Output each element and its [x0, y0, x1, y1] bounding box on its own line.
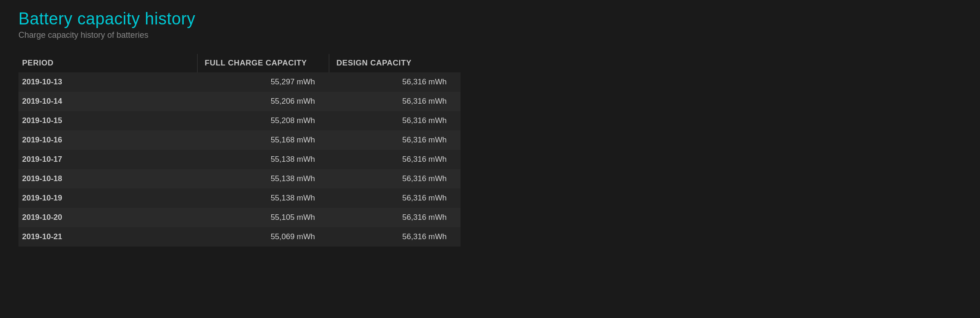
cell-full-charge: 55,206 mWh	[197, 92, 329, 111]
cell-design: 56,316 mWh	[329, 188, 461, 208]
cell-period: 2019-10-17	[18, 150, 197, 169]
cell-full-charge: 55,208 mWh	[197, 111, 329, 130]
table-row: 2019-10-1855,138 mWh56,316 mWh	[18, 169, 461, 188]
cell-design: 56,316 mWh	[329, 130, 461, 150]
page-title: Battery capacity history	[18, 9, 962, 29]
cell-period: 2019-10-15	[18, 111, 197, 130]
cell-period: 2019-10-18	[18, 169, 197, 188]
cell-design: 56,316 mWh	[329, 111, 461, 130]
table-row: 2019-10-1655,168 mWh56,316 mWh	[18, 130, 461, 150]
page-container: Battery capacity history Charge capacity…	[0, 0, 980, 318]
table-row: 2019-10-1955,138 mWh56,316 mWh	[18, 188, 461, 208]
table-row: 2019-10-2055,105 mWh56,316 mWh	[18, 208, 461, 227]
table-row: 2019-10-2155,069 mWh56,316 mWh	[18, 227, 461, 247]
cell-full-charge: 55,138 mWh	[197, 169, 329, 188]
table-row: 2019-10-1755,138 mWh56,316 mWh	[18, 150, 461, 169]
cell-period: 2019-10-14	[18, 92, 197, 111]
cell-period: 2019-10-13	[18, 72, 197, 92]
col-header-design: DESIGN CAPACITY	[329, 54, 461, 72]
cell-full-charge: 55,138 mWh	[197, 150, 329, 169]
col-header-full-charge: FULL CHARGE CAPACITY	[197, 54, 329, 72]
col-header-period: PERIOD	[18, 54, 197, 72]
cell-design: 56,316 mWh	[329, 208, 461, 227]
cell-period: 2019-10-20	[18, 208, 197, 227]
cell-design: 56,316 mWh	[329, 92, 461, 111]
table-row: 2019-10-1455,206 mWh56,316 mWh	[18, 92, 461, 111]
table-row: 2019-10-1355,297 mWh56,316 mWh	[18, 72, 461, 92]
cell-period: 2019-10-21	[18, 227, 197, 247]
cell-period: 2019-10-19	[18, 188, 197, 208]
page-subtitle: Charge capacity history of batteries	[18, 30, 962, 40]
cell-full-charge: 55,168 mWh	[197, 130, 329, 150]
table-body: 2019-10-1355,297 mWh56,316 mWh2019-10-14…	[18, 72, 461, 247]
cell-design: 56,316 mWh	[329, 227, 461, 247]
capacity-table: PERIOD FULL CHARGE CAPACITY DESIGN CAPAC…	[18, 54, 461, 247]
cell-full-charge: 55,105 mWh	[197, 208, 329, 227]
cell-design: 56,316 mWh	[329, 169, 461, 188]
cell-period: 2019-10-16	[18, 130, 197, 150]
table-header-row: PERIOD FULL CHARGE CAPACITY DESIGN CAPAC…	[18, 54, 461, 72]
cell-full-charge: 55,297 mWh	[197, 72, 329, 92]
cell-full-charge: 55,138 mWh	[197, 188, 329, 208]
cell-design: 56,316 mWh	[329, 150, 461, 169]
cell-design: 56,316 mWh	[329, 72, 461, 92]
cell-full-charge: 55,069 mWh	[197, 227, 329, 247]
table-row: 2019-10-1555,208 mWh56,316 mWh	[18, 111, 461, 130]
